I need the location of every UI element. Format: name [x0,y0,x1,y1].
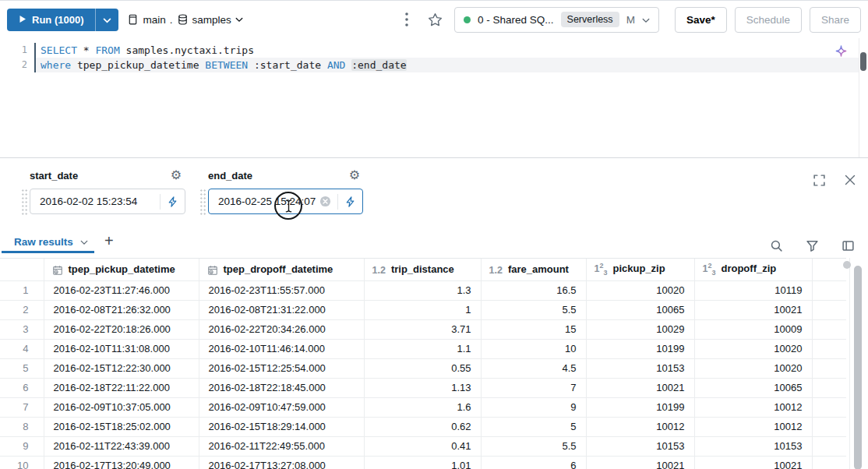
table-cell[interactable]: 2016-02-10T11:31:08.000 [44,339,199,358]
lightning-bolt-icon[interactable] [167,196,178,208]
close-panel-icon[interactable] [840,170,860,190]
share-button[interactable]: Share [810,7,861,33]
table-cell[interactable]: 7 [481,378,586,397]
table-cell[interactable]: 3.71 [364,319,481,339]
table-cell[interactable]: 10021 [694,300,812,319]
column-header[interactable]: tpep_pickup_datetime [44,259,199,280]
table-cell[interactable]: 1.13 [364,378,481,397]
column-header[interactable]: 123dropoff_zip [694,259,812,280]
table-cell[interactable]: 10065 [586,300,694,319]
column-header[interactable]: 1.2fare_amount [481,259,586,280]
table-cell[interactable]: 2016-02-09T10:37:05.000 [44,397,199,417]
table-cell[interactable]: 10153 [694,436,812,456]
table-cell[interactable]: 10021 [586,378,694,397]
table-cell[interactable]: 10029 [586,319,694,339]
table-scrollbar-thumb[interactable] [854,266,862,469]
table-cell[interactable]: 10020 [586,280,694,300]
table-cell[interactable]: 2016-02-15T12:25:54.000 [199,358,364,378]
table-cell[interactable]: 10020 [694,358,812,378]
start-date-input[interactable] [40,196,153,207]
table-cell[interactable]: 5.5 [481,436,586,456]
table-cell[interactable]: 2016-02-15T18:25:02.000 [44,417,199,436]
row-number[interactable]: 9 [0,436,44,456]
table-cell[interactable]: 2016-02-17T13:27:08.000 [199,456,364,469]
table-cell[interactable]: 2016-02-08T21:31:22.000 [199,300,364,319]
table-cell[interactable]: 2016-02-15T18:29:14.000 [199,417,364,436]
table-cell[interactable]: 2016-02-22T20:34:26.000 [199,319,364,339]
editor-scrollbar-thumb[interactable] [860,52,866,71]
table-cell[interactable]: 10065 [694,378,812,397]
table-cell[interactable]: 0.62 [364,417,481,436]
row-number[interactable]: 2 [0,300,44,319]
table-cell[interactable]: 4.5 [481,358,586,378]
catalog-schema-selector[interactable]: main . samples [127,13,242,26]
table-cell[interactable]: 10021 [586,456,694,469]
filter-icon[interactable] [802,235,822,256]
table-cell[interactable]: 10012 [586,417,694,436]
run-options-button[interactable] [95,9,118,31]
kebab-menu-button[interactable] [397,9,417,30]
table-cell[interactable]: 2016-02-15T12:22:30.000 [44,358,199,378]
table-cell[interactable]: 10199 [586,339,694,358]
row-number[interactable]: 5 [0,358,44,378]
compute-selector[interactable]: 0 - Shared SQ... Serverless M [454,7,659,33]
table-cell[interactable]: 10020 [694,339,812,358]
column-header[interactable]: 123pickup_zip [586,259,694,280]
table-cell[interactable]: 15 [481,319,586,339]
table-cell[interactable]: 2016-02-09T10:47:59.000 [199,397,364,417]
add-visualization-button[interactable]: + [100,231,118,252]
save-button[interactable]: Save* [675,7,727,33]
table-cell[interactable]: 10153 [586,436,694,456]
code-line[interactable]: 2where tpep_pickup_datetime BETWEEN :sta… [0,58,859,72]
row-number[interactable]: 3 [0,319,44,339]
table-cell[interactable]: 2016-02-17T13:20:49.000 [44,456,199,469]
row-number[interactable]: 7 [0,397,44,417]
code-line[interactable]: 1SELECT * FROM samples.nyctaxi.trips [0,43,859,58]
table-cell[interactable]: 2016-02-23T11:27:46.000 [44,280,199,300]
row-number[interactable]: 4 [0,339,44,358]
table-cell[interactable]: 10119 [694,280,812,300]
expand-panel-icon[interactable] [809,170,829,190]
column-header[interactable]: tpep_dropoff_datetime [199,259,364,280]
table-cell[interactable]: 0.41 [364,436,481,456]
table-cell[interactable]: 1 [364,300,481,319]
table-cell[interactable]: 2016-02-18T22:11:22.000 [44,378,199,397]
run-button[interactable]: Run (1000) [7,9,95,31]
drag-handle-icon[interactable] [21,189,28,217]
table-cell[interactable]: 1.1 [364,339,481,358]
tab-raw-results[interactable]: Raw results [14,235,88,249]
sql-editor[interactable]: 1SELECT * FROM samples.nyctaxi.trips2whe… [0,38,868,157]
table-cell[interactable]: 2016-02-10T11:46:14.000 [199,339,364,358]
row-number[interactable]: 6 [0,378,44,397]
table-cell[interactable]: 2016-02-22T20:18:26.000 [44,319,199,339]
table-cell[interactable]: 1.3 [364,280,481,300]
columns-panel-icon[interactable] [838,235,858,256]
table-cell[interactable]: 2016-02-11T22:49:55.000 [199,436,364,456]
table-cell[interactable]: 10021 [694,456,812,469]
table-cell[interactable]: 10153 [586,358,694,378]
table-cell[interactable]: 5.5 [481,300,586,319]
drag-handle-icon[interactable] [199,189,206,217]
favorite-star-button[interactable] [425,9,445,30]
lightning-bolt-icon[interactable] [344,196,356,208]
table-cell[interactable]: 5 [481,417,586,436]
row-number[interactable]: 8 [0,417,44,436]
table-cell[interactable]: 2016-02-23T11:55:57.000 [199,280,364,300]
end-date-input[interactable] [218,196,318,207]
table-cell[interactable]: 6 [481,456,586,469]
table-cell[interactable]: 10012 [694,397,812,417]
table-cell[interactable]: 1.01 [364,456,481,469]
column-header[interactable]: 1.2trip_distance [364,259,481,280]
search-icon[interactable] [766,235,786,256]
assistant-sparkle-icon[interactable] [834,44,848,61]
table-cell[interactable]: 2016-02-18T22:18:45.000 [199,378,364,397]
table-cell[interactable]: 1.6 [364,397,481,417]
table-cell[interactable]: 2016-02-11T22:43:39.000 [44,436,199,456]
table-cell[interactable]: 10199 [586,397,694,417]
table-cell[interactable]: 9 [481,397,586,417]
table-cell[interactable]: 0.55 [364,358,481,378]
gear-icon[interactable]: ⚙ [171,169,182,182]
clear-value-icon[interactable] [319,196,331,207]
gear-icon[interactable]: ⚙ [349,169,360,182]
schedule-button[interactable]: Schedule [735,7,802,33]
